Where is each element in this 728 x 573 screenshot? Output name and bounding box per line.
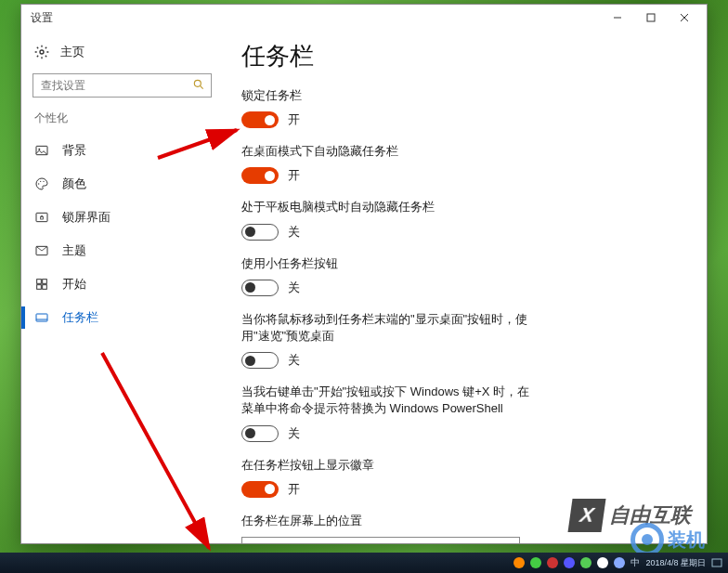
window-title: 设置 <box>31 10 53 26</box>
setting-label: 处于平板电脑模式时自动隐藏任务栏 <box>241 199 539 215</box>
toggle-state-text: 开 <box>288 167 300 184</box>
toggle-state-text: 开 <box>288 111 300 128</box>
svg-rect-19 <box>36 314 47 321</box>
tray-icon[interactable] <box>530 557 541 568</box>
svg-rect-1 <box>647 14 655 21</box>
setting-label: 使用小任务栏按钮 <box>241 255 539 272</box>
sidebar-item-label: 颜色 <box>62 176 86 192</box>
x-logo-icon: X <box>567 499 605 532</box>
tray-icon[interactable] <box>514 557 525 568</box>
setting-label: 在任务栏按钮上显示徽章 <box>241 457 539 474</box>
sidebar-item-taskbar[interactable]: 任务栏 <box>21 301 223 334</box>
toggle-state-text: 关 <box>288 352 300 369</box>
toggle-switch[interactable] <box>241 111 279 128</box>
svg-point-9 <box>38 183 39 184</box>
setting-label: 在桌面模式下自动隐藏任务栏 <box>241 143 539 160</box>
toggle-switch[interactable] <box>241 352 279 369</box>
ime-indicator[interactable]: 中 <box>630 556 640 569</box>
search-box[interactable] <box>32 73 212 98</box>
circle-logo-icon <box>630 523 664 556</box>
dropdown[interactable]: 底部 <box>241 537 520 543</box>
clock[interactable]: 2018/4/8 星期日 <box>645 559 706 567</box>
sidebar: 主页 个性化 背景颜色锁屏界面主题开始任务栏 <box>21 31 223 543</box>
sidebar-item-theme[interactable]: 主题 <box>21 234 223 267</box>
taskbar[interactable]: 中 2018/4/8 星期日 <box>0 553 728 573</box>
content-area: 任务栏 锁定任务栏开在桌面模式下自动隐藏任务栏开处于平板电脑模式时自动隐藏任务栏… <box>223 31 707 543</box>
palette-icon <box>34 176 49 191</box>
tray-icon[interactable] <box>580 557 592 568</box>
tray-icon[interactable] <box>597 557 608 568</box>
search-input[interactable] <box>32 73 212 98</box>
sidebar-item-image[interactable]: 背景 <box>21 134 223 167</box>
sidebar-item-lockscreen[interactable]: 锁屏界面 <box>21 201 223 234</box>
gear-icon <box>34 45 49 59</box>
start-icon <box>34 277 49 292</box>
home-link[interactable]: 主页 <box>21 38 223 73</box>
toggle-switch[interactable] <box>241 224 279 241</box>
svg-point-4 <box>40 50 44 54</box>
dropdown-value: 底部 <box>252 542 276 543</box>
search-icon <box>192 78 205 91</box>
svg-rect-18 <box>43 285 47 290</box>
dropdown-label: 任务栏在屏幕上的位置 <box>241 513 539 529</box>
toggle-switch[interactable] <box>241 167 279 184</box>
system-tray[interactable]: 中 2018/4/8 星期日 <box>514 556 722 569</box>
tray-icon[interactable] <box>614 557 625 568</box>
desktop: 设置 主页 个性化 背景颜色锁屏界面主题开始任务栏 <box>0 0 728 573</box>
setting-label: 锁定任务栏 <box>241 87 539 104</box>
sidebar-item-label: 锁屏界面 <box>62 209 110 226</box>
sidebar-item-label: 背景 <box>62 142 86 159</box>
sidebar-item-label: 任务栏 <box>62 309 98 326</box>
watermark-2: 装机 <box>630 523 705 556</box>
svg-rect-17 <box>37 285 42 290</box>
sidebar-item-label: 开始 <box>62 276 86 293</box>
svg-point-11 <box>43 181 44 182</box>
svg-rect-16 <box>43 280 47 284</box>
sidebar-item-palette[interactable]: 颜色 <box>21 167 223 201</box>
svg-line-6 <box>200 85 202 88</box>
sidebar-item-label: 主题 <box>62 242 86 259</box>
toggle-switch[interactable] <box>241 481 279 498</box>
setting-label: 当你将鼠标移动到任务栏末端的"显示桌面"按钮时，使用"速览"预览桌面 <box>241 311 539 345</box>
home-label: 主页 <box>60 44 84 60</box>
toggle-state-text: 关 <box>288 224 300 241</box>
toggle-switch[interactable] <box>241 425 279 442</box>
setting-label: 当我右键单击"开始"按钮或按下 Windows 键+X 时，在菜单中将命令提示符… <box>241 384 539 417</box>
titlebar: 设置 <box>21 5 707 31</box>
taskbar-icon <box>34 310 49 325</box>
settings-window: 设置 主页 个性化 背景颜色锁屏界面主题开始任务栏 <box>20 4 708 544</box>
svg-rect-13 <box>41 216 44 219</box>
svg-rect-23 <box>712 559 722 566</box>
svg-rect-15 <box>37 280 42 284</box>
toggle-state-text: 关 <box>288 425 300 442</box>
maximize-button[interactable] <box>634 5 668 31</box>
section-label: 个性化 <box>21 111 223 134</box>
minimize-button[interactable] <box>601 5 634 31</box>
toggle-switch[interactable] <box>241 280 279 296</box>
svg-point-5 <box>194 80 201 86</box>
tray-icon[interactable] <box>547 557 558 568</box>
page-heading: 任务栏 <box>241 40 688 72</box>
toggle-state-text: 关 <box>288 280 300 296</box>
svg-point-10 <box>40 181 41 182</box>
theme-icon <box>34 243 49 258</box>
sidebar-item-start[interactable]: 开始 <box>21 267 223 301</box>
toggle-state-text: 开 <box>288 481 300 498</box>
lockscreen-icon <box>34 210 49 225</box>
tray-icon[interactable] <box>564 557 575 568</box>
notification-icon[interactable] <box>711 557 722 568</box>
svg-rect-12 <box>36 213 47 221</box>
image-icon <box>34 143 49 158</box>
close-button[interactable] <box>668 5 701 31</box>
